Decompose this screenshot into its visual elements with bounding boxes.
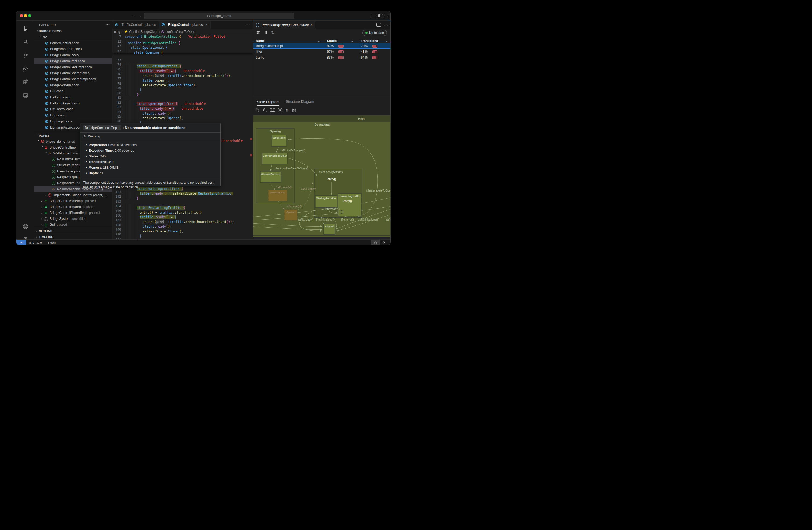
code-line-81[interactable]: 81 <box>113 95 253 100</box>
close-tab-icon[interactable]: × <box>206 23 208 27</box>
zoom-status-icon[interactable] <box>371 240 380 245</box>
notifications-bell-icon[interactable] <box>382 240 386 245</box>
code-line-80[interactable]: 80} <box>113 91 253 96</box>
code-line-104[interactable]: 104state RestartingTraffic { <box>113 204 253 209</box>
remote-indicator[interactable]: >< <box>16 240 26 245</box>
center-selection-icon[interactable] <box>278 108 282 113</box>
entry-label: entry() <box>328 178 336 180</box>
file-row-Light.coco[interactable]: Light.coco <box>34 113 113 118</box>
toggle-panel-icon[interactable] <box>385 14 389 17</box>
state-diagram[interactable]: MainOperationalOpeningClosingStopTraffic… <box>253 115 391 237</box>
source-control-icon[interactable] <box>16 50 34 60</box>
breadcrumb[interactable]: ning› ⚡ ConfirmBridgeClear› confirmClear… <box>113 29 253 34</box>
popili-row-bridgecontrolshared[interactable]: ›BridgeControlSharedpassed <box>34 204 113 210</box>
save-icon[interactable] <box>292 108 296 113</box>
clear-list-icon[interactable] <box>257 31 260 35</box>
forward-icon[interactable]: → <box>138 13 142 18</box>
code-line-47[interactable]: 47state Operational { <box>113 44 253 49</box>
transition-label: lifter.error() <box>340 218 354 221</box>
code-line-7[interactable]: 7component BridgeControlImpl {Verificati… <box>113 34 253 39</box>
code-line-76[interactable]: 76assert(pred: traffic.areBothBarriersCl… <box>113 72 253 77</box>
explorer-icon[interactable] <box>16 23 34 34</box>
popili-row-bridgecontrolsharedimpl[interactable]: ›⚙BridgeControlSharedImplpassed <box>34 210 113 216</box>
file-row-LiftControl.coco[interactable]: LiftControl.coco <box>34 106 113 112</box>
code-line-74[interactable]: 74state ClosingBarriers { <box>113 63 253 68</box>
extension-status[interactable]: Popili <box>48 240 56 245</box>
search-view-icon[interactable] <box>16 36 34 47</box>
refresh-icon[interactable]: ↻ <box>271 30 275 35</box>
customize-layout-icon[interactable] <box>372 14 376 17</box>
section-timeline[interactable]: ›TIMELINE <box>34 234 113 239</box>
command-center-search[interactable]: bridge_demo <box>144 13 294 19</box>
file-row-BridgeControlImpl.coco[interactable]: BridgeControlImpl.coco <box>34 58 113 64</box>
popili-row-bridgecontrolsafeimpl[interactable]: ›⚙BridgeControlSafeImplpassed <box>34 198 113 204</box>
back-icon[interactable]: ← <box>131 13 135 18</box>
reachability-row-traffic[interactable]: traffic83%64% <box>253 55 391 60</box>
tab-bridgecontrolimpl[interactable]: BridgeControlImpl.coco× <box>159 21 211 29</box>
file-row-Gui.coco[interactable]: Gui.coco <box>34 88 113 94</box>
file-row-BarrierControl.coco[interactable]: BarrierControl.coco <box>34 40 113 46</box>
code-line-78[interactable]: 78setNextState(OpeningLifter); <box>113 82 253 86</box>
tab-state-diagram[interactable]: State Diagram <box>257 100 279 106</box>
account-icon[interactable] <box>16 221 34 232</box>
file-row-BridgeControl.coco[interactable]: BridgeControl.coco <box>34 52 113 58</box>
code-line-109[interactable]: 109setNextState(Closed); <box>113 227 253 233</box>
folder-row-src[interactable]: ›src <box>34 34 113 40</box>
zoom-in-icon[interactable] <box>255 108 260 113</box>
file-row-HalLight.coco[interactable]: HalLight.coco <box>34 94 113 100</box>
table-header: Name ▲ States ▲ Transitions ▲ <box>253 38 391 43</box>
panel-more-actions-icon[interactable]: ··· <box>384 23 389 27</box>
reachability-panel: Reachability: BridgeControlImpl × ··· ↻ … <box>253 21 391 239</box>
code-line-107[interactable]: 107assert(pred: !traffic.areBothBarriers… <box>113 218 253 223</box>
transition-label: lifter.initialised() <box>316 218 334 221</box>
extensions-icon[interactable] <box>16 77 34 87</box>
tab-trafficcontrolimpl[interactable]: TrafficControlImpl.coco <box>113 21 159 29</box>
overview-ruler[interactable] <box>250 34 252 239</box>
problems-status[interactable]: ⊘0 ⚠0 <box>29 240 42 245</box>
tab-reachability[interactable]: Reachability: BridgeControlImpl × <box>253 21 315 29</box>
popili-row-gui[interactable]: ›{}Guipassed <box>34 222 113 227</box>
code-line-85[interactable]: 85setNextState(Opened); <box>113 114 253 119</box>
popili-row-implements-bridgecontrol-client-[interactable]: ›×Implements BridgeControl (client)… <box>34 192 113 198</box>
popili-row-bridgesystem[interactable]: ›BridgeSystemunverified <box>34 216 113 222</box>
diagram-settings-gear-icon[interactable]: ⚙ <box>286 108 289 113</box>
reachability-row-lifter[interactable]: lifter67%43% <box>253 49 391 55</box>
tab-structure-diagram[interactable]: Structure Diagram <box>286 100 314 104</box>
code-line-83[interactable]: 83lifter.ready() = {Unreachable <box>113 105 253 110</box>
code-block-upper[interactable]: 7374state ClosingBarriers {75traffic.rea… <box>113 58 253 124</box>
code-block-lower[interactable]: 100state WaitingForLifter {101lifter.rea… <box>113 185 253 239</box>
workspace-root-row[interactable]: ›BRIDGE_DEMO <box>34 28 113 34</box>
close-tab-icon[interactable]: × <box>310 23 313 27</box>
code-line-111[interactable]: 111} <box>113 237 253 240</box>
code-line-82[interactable]: 82state OpeningLifter {Unreachable <box>113 100 253 105</box>
zoom-out-icon[interactable] <box>263 108 267 113</box>
coco-file-icon <box>45 54 48 57</box>
file-row-BridgeBasePort.coco[interactable]: BridgeBasePort.coco <box>34 46 113 52</box>
file-row-BridgeSystem.coco[interactable]: BridgeSystem.coco <box>34 82 113 88</box>
code-line-103[interactable]: 103 <box>113 200 253 204</box>
code-line-75[interactable]: 75traffic.ready() = {Unreachable <box>113 67 253 72</box>
minimize-window-button[interactable] <box>24 14 27 17</box>
fit-to-screen-icon[interactable] <box>271 108 275 113</box>
run-debug-icon[interactable] <box>16 63 34 74</box>
remote-explorer-icon[interactable] <box>16 90 34 101</box>
warn-icon: ⚠ <box>48 151 52 155</box>
file-row-BridgeControlSafeImpl.coco[interactable]: BridgeControlSafeImpl.coco <box>34 64 113 70</box>
code-line-105[interactable]: 105entry() = traffic.startTraffic() <box>113 209 253 214</box>
section-outline[interactable]: ›OUTLINE <box>34 228 113 234</box>
close-window-button[interactable] <box>20 14 23 17</box>
code-line-12[interactable]: 12machine MBridgeController { <box>113 39 253 44</box>
toggle-sidebar-icon[interactable] <box>378 14 383 17</box>
file-row-BridgeControlShared.coco[interactable]: BridgeControlShared.coco <box>34 70 113 76</box>
coco-file-icon <box>45 84 48 87</box>
maximize-window-button[interactable] <box>28 14 31 17</box>
split-editor-icon[interactable] <box>376 23 381 27</box>
code-line-57[interactable]: 57state Opening { <box>113 49 253 54</box>
file-row-BridgeControlSharedImpl.coco[interactable]: BridgeControlSharedImpl.coco <box>34 76 113 82</box>
editor-more-actions-icon[interactable]: ··· <box>245 23 253 27</box>
reachability-row-BridgeControlImpl[interactable]: BridgeControlImpl87%79% <box>253 43 391 49</box>
explorer-more-actions-icon[interactable]: ··· <box>105 22 110 26</box>
code-line-73[interactable]: 73 <box>113 58 253 63</box>
file-row-HalLightAsync.coco[interactable]: HalLightAsync.coco <box>34 100 113 106</box>
pause-icon[interactable] <box>264 31 267 35</box>
